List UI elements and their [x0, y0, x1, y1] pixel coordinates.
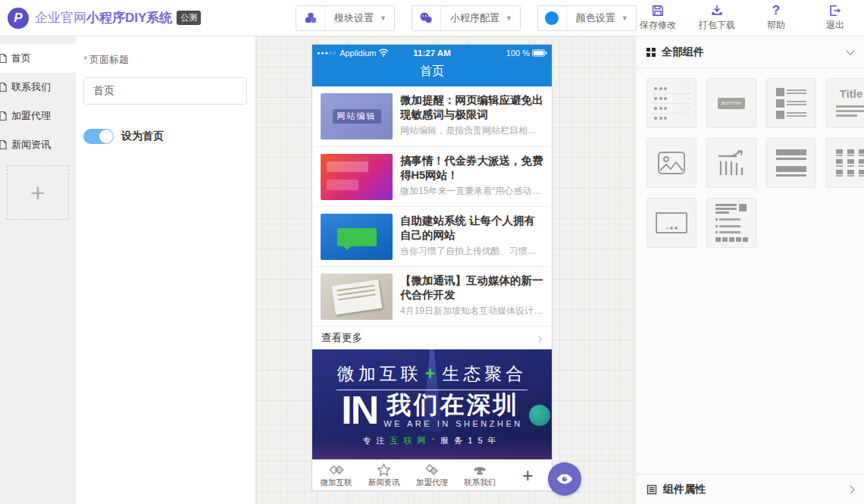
phone-tabbar: 微加互联 新闻资讯 加盟代理 联系我们 + — [312, 459, 552, 490]
signal-dots: ●●●○○ — [317, 50, 337, 55]
page-title-label: *页面标题 — [83, 53, 245, 67]
add-page-button[interactable]: + — [7, 165, 69, 220]
button-glyph: BUTTON — [718, 98, 745, 109]
app-window: P 企业官网小程序DIY系统 公测 模块设置 ▼ 小程序配置 ▼ — [0, 0, 864, 504]
sidebar-item-home[interactable]: 首页 — [0, 44, 76, 73]
diamonds-icon — [424, 463, 440, 477]
component-card-title-text[interactable]: Title — [826, 78, 864, 128]
app-logo-icon: P — [8, 8, 29, 29]
carousel-glyph — [656, 212, 687, 233]
set-homepage-toggle[interactable] — [83, 129, 114, 144]
view-more-link[interactable]: 查看更多 › — [312, 326, 552, 349]
wifi-icon — [378, 49, 389, 57]
components-panel: 全部组件 › › › › BUTTON — [635, 36, 864, 504]
list-menu-glyph: › › › › — [652, 84, 691, 123]
exit-icon — [828, 4, 842, 17]
component-card-article-page[interactable]: › › › — [706, 198, 756, 248]
plus-icon: + — [522, 466, 534, 485]
phone-statusbar: ●●●○○ Applidium 11:27 AM 100 % — [312, 45, 552, 61]
exit-button[interactable]: 退出 — [815, 4, 855, 32]
chevron-right-icon: › — [537, 330, 543, 346]
news-list: 网站编辑 微加提醒：网页编辑应避免出现敏感词与极限词 网站编辑，是指负责网站栏目… — [312, 86, 552, 326]
tab-add-button[interactable]: + — [504, 460, 552, 490]
components-grid-icon — [646, 48, 656, 57]
news-thumbnail — [321, 274, 393, 320]
promo-banner[interactable]: 微加互联+生态聚合 IN 我们在深圳 WE ARE IN SHENZHEN 专注… — [312, 349, 552, 459]
save-button[interactable]: 保存修改 — [638, 4, 678, 32]
app-title: 企业官网小程序DIY系统 — [35, 9, 172, 27]
component-card-carousel[interactable] — [646, 198, 697, 248]
page-icon — [0, 82, 8, 92]
news-thumbnail — [321, 214, 393, 260]
news-thumbnail — [321, 154, 393, 200]
eye-icon — [556, 473, 573, 485]
all-components-header[interactable]: 全部组件 — [636, 36, 864, 68]
brand: P 企业官网小程序DIY系统 公测 — [0, 8, 250, 29]
help-button[interactable]: ? 帮助 — [756, 4, 796, 32]
tab-news[interactable]: 新闻资讯 — [360, 460, 408, 490]
component-card-stats-arrow[interactable] — [706, 138, 756, 188]
sidebar-item-news[interactable]: 新闻资讯 — [0, 130, 76, 159]
caret-down-icon: ▼ — [621, 14, 636, 22]
phone-nav-title: 首页 — [312, 61, 552, 86]
component-cards: › › › › BUTTON Title — [636, 68, 864, 258]
page-icon — [0, 53, 8, 64]
color-circle-icon — [538, 6, 567, 30]
icon-grid-glyph — [836, 149, 864, 177]
download-icon — [710, 4, 724, 17]
sidebar-item-contact[interactable]: 联系我们 — [0, 73, 76, 102]
page-properties-panel: *页面标题 设为首页 — [76, 36, 256, 504]
news-excerpt: 网站编辑，是指负责网站栏目相关内容的... — [400, 124, 543, 137]
toolbar-actions: 保存修改 打包下载 ? 帮助 退出 — [638, 4, 864, 32]
page-title-input[interactable] — [83, 77, 247, 105]
banner-main-line: IN 我们在深圳 WE ARE IN SHENZHEN — [341, 392, 522, 429]
component-card-list-menu[interactable]: › › › › — [646, 78, 697, 128]
component-card-image[interactable] — [646, 138, 697, 188]
tab-weijia[interactable]: 微加互联 — [312, 460, 360, 490]
page-icon — [0, 139, 8, 150]
component-properties-footer[interactable]: 组件属性 — [636, 474, 864, 504]
component-card-banner-rows[interactable] — [766, 138, 816, 188]
news-title: 【微加通讯】互动媒体的新一代合作开发 — [400, 274, 543, 302]
news-item[interactable]: 自助建站系统 让每个人拥有自己的网站 当你习惯了自拍上传优酷、习惯了写点小... — [312, 206, 552, 266]
telephone-icon — [472, 463, 487, 477]
image-text-list-glyph — [776, 88, 806, 119]
settings-dropdowns: 模块设置 ▼ 小程序配置 ▼ 颜色设置 ▼ — [296, 5, 637, 31]
star-icon — [377, 463, 391, 477]
news-item[interactable]: 网站编辑 微加提醒：网页编辑应避免出现敏感词与极限词 网站编辑，是指负责网站栏目… — [312, 86, 552, 146]
news-excerpt: 4月19日新加坡知名互动媒体设计机构Pinh... — [400, 305, 543, 318]
module-settings-dropdown[interactable]: 模块设置 ▼ — [296, 5, 395, 31]
pages-sidebar: 首页 联系我们 加盟代理 新闻资讯 + — [0, 36, 76, 504]
set-homepage-label: 设为首页 — [121, 130, 164, 143]
chevron-down-icon — [846, 46, 854, 55]
banner-headline: 微加互联+生态聚合 — [337, 362, 527, 386]
color-settings-dropdown[interactable]: 颜色设置 ▼ — [537, 5, 637, 31]
help-icon: ? — [772, 4, 780, 17]
news-title: 微加提醒：网页编辑应避免出现敏感词与极限词 — [400, 93, 543, 122]
tags-icon — [329, 463, 344, 477]
tab-contact[interactable]: 联系我们 — [456, 460, 504, 490]
news-thumbnail: 网站编辑 — [321, 93, 393, 139]
required-asterisk: * — [83, 54, 87, 65]
sidebar-item-agent[interactable]: 加盟代理 — [0, 102, 76, 130]
beta-badge: 公测 — [177, 11, 201, 25]
miniprogram-config-dropdown[interactable]: 小程序配置 ▼ — [412, 5, 521, 31]
cubes-icon — [296, 6, 325, 30]
download-button[interactable]: 打包下载 — [697, 4, 737, 32]
news-item[interactable]: 搞事情！代金券大派送，免费得H5网站！ 微加15年来一直秉承着“用心感动客户！”… — [312, 146, 552, 206]
page-icon — [0, 111, 8, 121]
save-icon — [651, 4, 665, 17]
news-excerpt: 当你习惯了自拍上传优酷、习惯了写点小... — [400, 245, 543, 258]
banner-rows-glyph — [776, 149, 806, 177]
article-page-glyph: › › › — [715, 204, 748, 242]
component-card-icon-grid[interactable] — [826, 138, 864, 188]
component-card-image-text-list[interactable] — [766, 78, 816, 128]
news-title: 搞事情！代金券大派送，免费得H5网站！ — [400, 154, 543, 183]
preview-eye-button[interactable] — [548, 462, 581, 496]
news-title: 自助建站系统 让每个人拥有自己的网站 — [400, 214, 543, 243]
news-item[interactable]: 【微加通讯】互动媒体的新一代合作开发 4月19日新加坡知名互动媒体设计机构Pin… — [312, 266, 552, 326]
tab-agent[interactable]: 加盟代理 — [408, 460, 455, 490]
plus-icon: + — [425, 364, 439, 383]
news-excerpt: 微加15年来一直秉承着“用心感动客户！”的... — [400, 185, 543, 198]
component-card-button[interactable]: BUTTON — [706, 78, 756, 128]
